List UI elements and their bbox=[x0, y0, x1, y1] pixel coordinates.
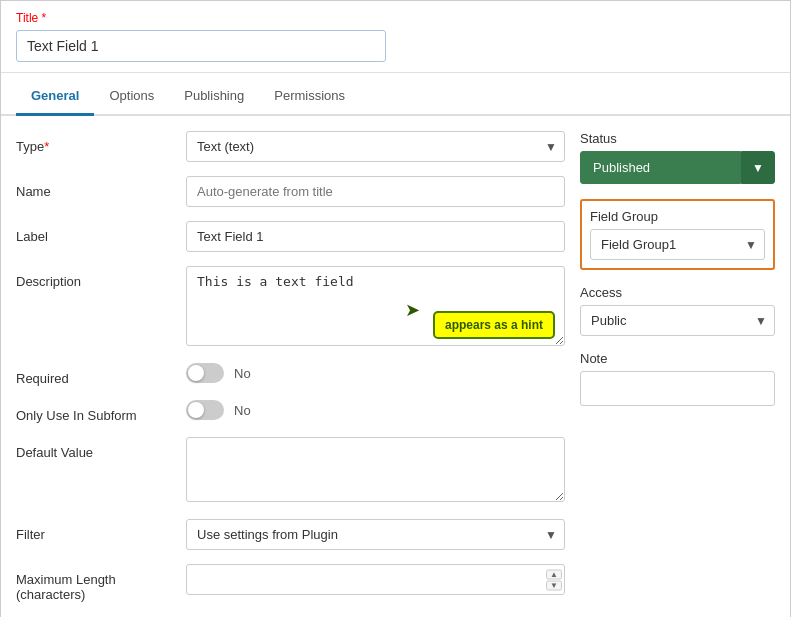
field-group-section: Field Group Field Group1 ▼ bbox=[580, 199, 775, 270]
status-label: Status bbox=[580, 131, 775, 146]
tabs-bar: General Options Publishing Permissions bbox=[1, 78, 790, 116]
default-value-control bbox=[186, 437, 565, 505]
required-label: Required bbox=[16, 363, 186, 386]
required-control: No bbox=[186, 363, 565, 383]
label-row: Label bbox=[16, 221, 565, 252]
maxlength-control: ▲ ▼ bbox=[186, 564, 565, 595]
description-textarea-wrapper: This is a text field ➤ appears as a hint bbox=[186, 266, 565, 349]
required-toggle-row: No bbox=[186, 363, 565, 383]
access-select-wrapper: Public ▼ bbox=[580, 305, 775, 336]
type-label: Type* bbox=[16, 131, 186, 154]
subform-label: Only Use In Subform bbox=[16, 400, 186, 423]
subform-control: No bbox=[186, 400, 565, 420]
main-content: Type* Text (text) ▼ Name bbox=[1, 116, 790, 617]
field-group-label: Field Group bbox=[590, 209, 765, 224]
title-label: Title * bbox=[16, 11, 775, 25]
label-input[interactable] bbox=[186, 221, 565, 252]
default-value-textarea[interactable] bbox=[186, 437, 565, 502]
maxlength-label: Maximum Length (characters) bbox=[16, 564, 186, 602]
tab-publishing[interactable]: Publishing bbox=[169, 78, 259, 116]
filter-select-wrapper: Use settings from Plugin ▼ bbox=[186, 519, 565, 550]
description-control: This is a text field ➤ appears as a hint bbox=[186, 266, 565, 349]
tab-permissions[interactable]: Permissions bbox=[259, 78, 360, 116]
title-input[interactable] bbox=[16, 30, 386, 62]
filter-control: Use settings from Plugin ▼ bbox=[186, 519, 565, 550]
subform-row: Only Use In Subform No bbox=[16, 400, 565, 423]
subform-toggle-label: No bbox=[234, 403, 251, 418]
description-label: Description bbox=[16, 266, 186, 289]
left-panel: Type* Text (text) ▼ Name bbox=[16, 131, 565, 616]
filter-row: Filter Use settings from Plugin ▼ bbox=[16, 519, 565, 550]
label-label: Label bbox=[16, 221, 186, 244]
subform-toggle-row: No bbox=[186, 400, 565, 420]
access-section: Access Public ▼ bbox=[580, 285, 775, 336]
type-select[interactable]: Text (text) bbox=[186, 131, 565, 162]
filter-label: Filter bbox=[16, 519, 186, 542]
maxlength-row: Maximum Length (characters) ▲ ▼ bbox=[16, 564, 565, 602]
required-toggle[interactable] bbox=[186, 363, 224, 383]
required-toggle-label: No bbox=[234, 366, 251, 381]
maxlength-increment-button[interactable]: ▲ bbox=[546, 569, 562, 579]
title-text: Title bbox=[16, 11, 38, 25]
maxlength-spinner-wrapper: ▲ ▼ bbox=[186, 564, 565, 595]
type-select-wrapper: Text (text) ▼ bbox=[186, 131, 565, 162]
default-value-row: Default Value bbox=[16, 437, 565, 505]
description-row: Description This is a text field ➤ appea… bbox=[16, 266, 565, 349]
default-value-label: Default Value bbox=[16, 437, 186, 460]
field-group-select-wrapper: Field Group1 ▼ bbox=[590, 229, 765, 260]
hint-arrow-icon: ➤ bbox=[405, 299, 420, 321]
status-value: Published bbox=[580, 151, 741, 184]
subform-toggle[interactable] bbox=[186, 400, 224, 420]
required-row: Required No bbox=[16, 363, 565, 386]
required-toggle-knob bbox=[188, 365, 204, 381]
type-row: Type* Text (text) ▼ bbox=[16, 131, 565, 162]
status-dropdown-button[interactable]: ▼ bbox=[741, 151, 775, 184]
subform-toggle-knob bbox=[188, 402, 204, 418]
tab-general[interactable]: General bbox=[16, 78, 94, 116]
maxlength-input[interactable] bbox=[186, 564, 565, 595]
hint-tooltip: appears as a hint bbox=[433, 311, 555, 339]
name-row: Name bbox=[16, 176, 565, 207]
access-label: Access bbox=[580, 285, 775, 300]
name-label: Name bbox=[16, 176, 186, 199]
right-panel: Status Published ▼ Field Group Field Gro… bbox=[580, 131, 775, 616]
note-label: Note bbox=[580, 351, 775, 366]
filter-select[interactable]: Use settings from Plugin bbox=[186, 519, 565, 550]
maxlength-spinner-arrows: ▲ ▼ bbox=[546, 569, 562, 590]
status-section: Status Published ▼ bbox=[580, 131, 775, 184]
type-control: Text (text) ▼ bbox=[186, 131, 565, 162]
note-input[interactable] bbox=[580, 371, 775, 406]
label-control bbox=[186, 221, 565, 252]
tab-options[interactable]: Options bbox=[94, 78, 169, 116]
title-section: Title * bbox=[1, 1, 790, 73]
maxlength-decrement-button[interactable]: ▼ bbox=[546, 580, 562, 590]
field-group-select[interactable]: Field Group1 bbox=[590, 229, 765, 260]
status-dropdown: Published ▼ bbox=[580, 151, 775, 184]
note-section: Note bbox=[580, 351, 775, 406]
name-control bbox=[186, 176, 565, 207]
name-input[interactable] bbox=[186, 176, 565, 207]
title-required: * bbox=[42, 11, 47, 25]
page-wrapper: Title * General Options Publishing Permi… bbox=[0, 0, 791, 617]
access-select[interactable]: Public bbox=[580, 305, 775, 336]
